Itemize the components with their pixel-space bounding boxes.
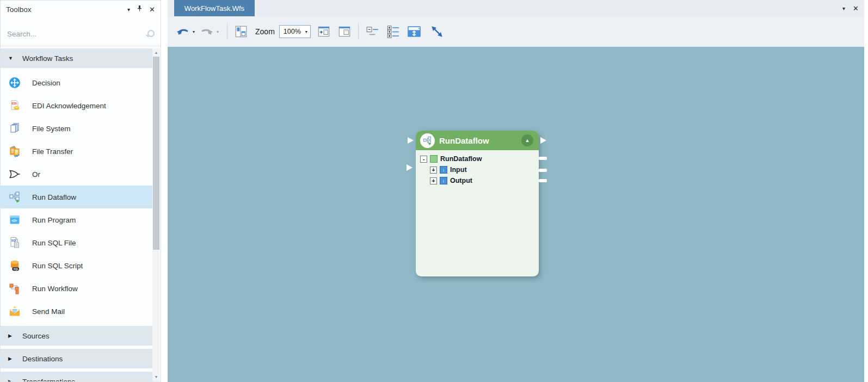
redo-dropdown-icon[interactable]: ▾ (217, 29, 219, 34)
scroll-up-icon[interactable]: ▲ (152, 48, 160, 57)
output-port-header[interactable] (540, 137, 546, 144)
toolbar-separator (227, 23, 227, 40)
run-program-icon: </> (8, 213, 21, 226)
dock-panel-right-icon[interactable] (336, 22, 353, 41)
item-label: Run SQL File (32, 239, 76, 247)
tab-workflowtask[interactable]: WorkFlowTask.Wfs (174, 0, 255, 16)
redo-button[interactable] (198, 22, 216, 41)
toolbox-item-file-transfer[interactable]: File Transfer (1, 140, 153, 163)
category-sources[interactable]: ▶ Sources (1, 326, 153, 346)
tree-expand-icon[interactable]: + (430, 177, 437, 184)
tree-row-rundataflow[interactable]: - RunDataflow (420, 153, 534, 164)
toolbox-item-run-sql-file[interactable]: SQL Run SQL File (1, 231, 153, 254)
auto-size-node-icon[interactable] (405, 22, 423, 41)
item-label: Or (32, 170, 40, 178)
item-label: Run Dataflow (32, 193, 76, 201)
toolbox-item-file-system[interactable]: File System (1, 117, 153, 140)
toolbox-item-run-program[interactable]: </> Run Program (1, 208, 153, 231)
search-input[interactable] (7, 30, 146, 38)
toolbox-item-run-sql-script[interactable]: SQL Run SQL Script (1, 254, 153, 277)
input-port-header[interactable] (408, 137, 414, 144)
node-root-icon (430, 155, 438, 163)
toolbox-item-or[interactable]: Or (1, 163, 153, 186)
toolbox-item-run-dataflow[interactable]: Run Dataflow (1, 186, 153, 208)
toolbox-item-run-workflow[interactable]: Run Workflow (1, 277, 153, 300)
tree-row-input[interactable]: + ↓ Input (420, 164, 534, 175)
toolbox-item-edi-acknowledgement[interactable]: EDI EDI Acknowledgement (1, 94, 153, 117)
run-workflow-icon (8, 282, 21, 295)
file-system-icon (8, 122, 21, 135)
toolbox-item-decision[interactable]: Decision (1, 71, 153, 94)
zoom-label: Zoom (255, 27, 275, 36)
dock-panel-left-icon[interactable] (315, 22, 333, 41)
node-header[interactable]: RunDataflow ▲ (416, 131, 539, 150)
item-label: EDI Acknowledgement (32, 102, 106, 110)
toolbox-search (1, 22, 161, 46)
svg-text:SQL: SQL (14, 268, 19, 270)
undo-button[interactable] (174, 22, 192, 41)
output-port-pill[interactable] (539, 169, 547, 172)
file-transfer-icon (8, 145, 21, 158)
input-port-row[interactable] (407, 164, 413, 171)
output-port-pill[interactable] (539, 179, 547, 182)
run-sql-script-icon: SQL (8, 259, 21, 272)
run-dataflow-icon (8, 190, 21, 204)
run-sql-file-icon: SQL (8, 236, 21, 249)
collapse-all-nodes-icon[interactable] (364, 22, 381, 41)
tab-bar-icons: ▾ ✕ (842, 0, 859, 16)
field-group-icon: ↓ (440, 177, 447, 184)
chevron-right-icon: ▶ (8, 379, 14, 381)
tab-list-dropdown-icon[interactable]: ▾ (842, 5, 845, 11)
tab-bar: WorkFlowTask.Wfs ▾ ✕ (168, 0, 864, 16)
tree-row-output[interactable]: + ↓ Output (420, 175, 534, 186)
category-label: Workflow Tasks (22, 54, 73, 63)
toggle-toolbox-icon[interactable] (232, 22, 250, 41)
close-document-icon[interactable]: ✕ (853, 4, 859, 13)
tree-label: Output (450, 177, 472, 184)
or-gate-icon (8, 168, 21, 181)
category-destinations[interactable]: ▶ Destinations (1, 349, 153, 368)
document-area: WorkFlowTask.Wfs ▾ ✕ ▾ ▾ (168, 0, 864, 382)
field-group-icon: ↓ (440, 166, 447, 174)
toolbox-scrollbar[interactable]: ▲ ▼ (152, 48, 160, 381)
item-label: File System (32, 125, 71, 133)
undo-dropdown-icon[interactable]: ▾ (193, 29, 195, 34)
close-icon[interactable]: ✕ (149, 5, 155, 14)
category-transformations[interactable]: ▶ Transformations (1, 372, 153, 381)
item-label: Run SQL Script (32, 262, 83, 270)
expand-all-nodes-icon[interactable] (384, 22, 402, 41)
item-label: Decision (32, 79, 60, 87)
zoom-dropdown-icon[interactable]: ▾ (305, 29, 307, 34)
output-port-pill[interactable] (539, 157, 547, 160)
item-label: Send Mail (32, 307, 65, 316)
item-label: Run Workflow (32, 285, 78, 293)
toolbox-header-icons: ▾ ✕ (127, 4, 155, 14)
category-label: Sources (22, 332, 50, 340)
tree-expand-icon[interactable]: + (430, 167, 437, 174)
svg-text:SQL: SQL (11, 239, 17, 242)
tree-collapse-icon[interactable]: - (420, 156, 427, 163)
designer-canvas[interactable]: RunDataflow ▲ - RunDataflow (168, 47, 864, 382)
collapse-node-button[interactable]: ▲ (521, 134, 533, 146)
chevron-right-icon: ▶ (8, 356, 14, 361)
collapse-arrow-icon: ▲ (525, 138, 530, 143)
zoom-value: 100% (284, 28, 305, 35)
toolbox-item-send-mail[interactable]: Send Mail (1, 300, 153, 323)
pin-icon[interactable] (137, 4, 143, 14)
toolbox-list: ▼ Workflow Tasks Decision (1, 48, 153, 381)
straight-link-tool-icon[interactable] (428, 22, 446, 41)
designer-toolbar: ▾ ▾ Zoom 100% (168, 16, 864, 47)
window-menu-icon[interactable]: ▾ (127, 7, 130, 13)
zoom-select[interactable]: 100% ▾ (279, 25, 311, 38)
toolbox-panel: Toolbox ▾ ✕ ▼ Workflow Tasks (0, 0, 161, 382)
node-title: RunDataflow (439, 136, 521, 145)
category-label: Transformations (22, 378, 75, 382)
scrollbar-thumb[interactable] (153, 57, 159, 250)
toolbar-separator (358, 23, 359, 40)
svg-text:EDI: EDI (12, 102, 17, 105)
item-label: Run Program (32, 216, 76, 224)
scroll-down-icon[interactable]: ▼ (152, 373, 160, 381)
workflow-node-rundataflow[interactable]: RunDataflow ▲ - RunDataflow (416, 131, 539, 276)
edi-acknowledgement-icon: EDI (8, 99, 21, 112)
category-workflow-tasks[interactable]: ▼ Workflow Tasks (1, 48, 153, 68)
